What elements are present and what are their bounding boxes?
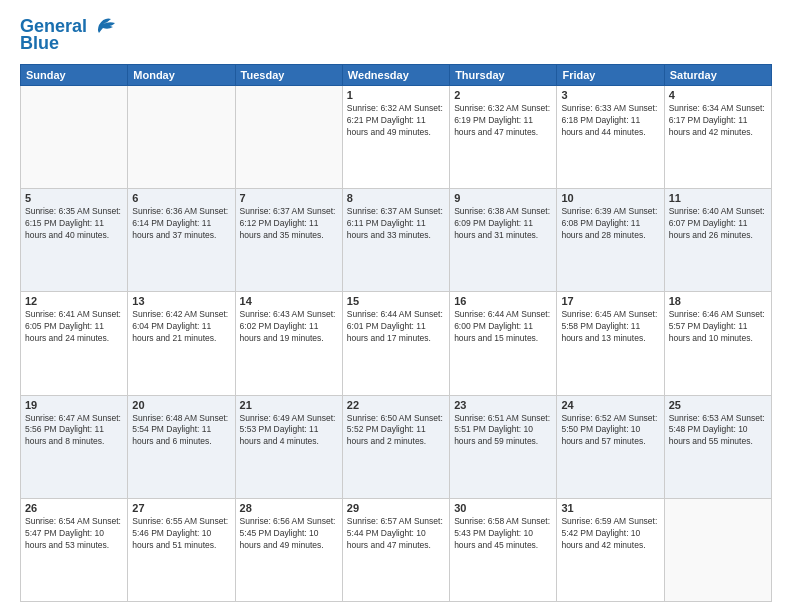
day-info: Sunrise: 6:54 AM Sunset: 5:47 PM Dayligh… — [25, 516, 123, 552]
weekday-header: Friday — [557, 65, 664, 86]
calendar-week-row: 1Sunrise: 6:32 AM Sunset: 6:21 PM Daylig… — [21, 86, 772, 189]
day-number: 16 — [454, 295, 552, 307]
day-number: 29 — [347, 502, 445, 514]
page: General Blue SundayMondayTuesdayWednesda… — [0, 0, 792, 612]
calendar-cell: 3Sunrise: 6:33 AM Sunset: 6:18 PM Daylig… — [557, 86, 664, 189]
calendar-cell: 20Sunrise: 6:48 AM Sunset: 5:54 PM Dayli… — [128, 395, 235, 498]
day-number: 17 — [561, 295, 659, 307]
day-info: Sunrise: 6:42 AM Sunset: 6:04 PM Dayligh… — [132, 309, 230, 345]
day-info: Sunrise: 6:37 AM Sunset: 6:12 PM Dayligh… — [240, 206, 338, 242]
calendar-cell: 23Sunrise: 6:51 AM Sunset: 5:51 PM Dayli… — [450, 395, 557, 498]
day-info: Sunrise: 6:40 AM Sunset: 6:07 PM Dayligh… — [669, 206, 767, 242]
day-number: 22 — [347, 399, 445, 411]
calendar-cell: 15Sunrise: 6:44 AM Sunset: 6:01 PM Dayli… — [342, 292, 449, 395]
calendar-week-row: 5Sunrise: 6:35 AM Sunset: 6:15 PM Daylig… — [21, 189, 772, 292]
day-info: Sunrise: 6:48 AM Sunset: 5:54 PM Dayligh… — [132, 413, 230, 449]
day-info: Sunrise: 6:52 AM Sunset: 5:50 PM Dayligh… — [561, 413, 659, 449]
calendar-cell: 10Sunrise: 6:39 AM Sunset: 6:08 PM Dayli… — [557, 189, 664, 292]
calendar-cell: 4Sunrise: 6:34 AM Sunset: 6:17 PM Daylig… — [664, 86, 771, 189]
calendar-cell — [664, 498, 771, 601]
day-number: 2 — [454, 89, 552, 101]
calendar-cell: 19Sunrise: 6:47 AM Sunset: 5:56 PM Dayli… — [21, 395, 128, 498]
calendar-cell: 31Sunrise: 6:59 AM Sunset: 5:42 PM Dayli… — [557, 498, 664, 601]
day-info: Sunrise: 6:37 AM Sunset: 6:11 PM Dayligh… — [347, 206, 445, 242]
day-number: 26 — [25, 502, 123, 514]
calendar-cell: 24Sunrise: 6:52 AM Sunset: 5:50 PM Dayli… — [557, 395, 664, 498]
day-info: Sunrise: 6:43 AM Sunset: 6:02 PM Dayligh… — [240, 309, 338, 345]
day-info: Sunrise: 6:39 AM Sunset: 6:08 PM Dayligh… — [561, 206, 659, 242]
day-number: 21 — [240, 399, 338, 411]
day-number: 1 — [347, 89, 445, 101]
day-number: 28 — [240, 502, 338, 514]
day-info: Sunrise: 6:55 AM Sunset: 5:46 PM Dayligh… — [132, 516, 230, 552]
day-number: 4 — [669, 89, 767, 101]
calendar-week-row: 19Sunrise: 6:47 AM Sunset: 5:56 PM Dayli… — [21, 395, 772, 498]
day-number: 31 — [561, 502, 659, 514]
day-number: 14 — [240, 295, 338, 307]
day-number: 23 — [454, 399, 552, 411]
calendar-cell: 11Sunrise: 6:40 AM Sunset: 6:07 PM Dayli… — [664, 189, 771, 292]
day-info: Sunrise: 6:35 AM Sunset: 6:15 PM Dayligh… — [25, 206, 123, 242]
day-info: Sunrise: 6:45 AM Sunset: 5:58 PM Dayligh… — [561, 309, 659, 345]
calendar-cell: 25Sunrise: 6:53 AM Sunset: 5:48 PM Dayli… — [664, 395, 771, 498]
day-info: Sunrise: 6:58 AM Sunset: 5:43 PM Dayligh… — [454, 516, 552, 552]
calendar-cell: 27Sunrise: 6:55 AM Sunset: 5:46 PM Dayli… — [128, 498, 235, 601]
calendar-cell: 30Sunrise: 6:58 AM Sunset: 5:43 PM Dayli… — [450, 498, 557, 601]
weekday-header-row: SundayMondayTuesdayWednesdayThursdayFrid… — [21, 65, 772, 86]
calendar-cell: 29Sunrise: 6:57 AM Sunset: 5:44 PM Dayli… — [342, 498, 449, 601]
calendar-cell: 13Sunrise: 6:42 AM Sunset: 6:04 PM Dayli… — [128, 292, 235, 395]
logo: General Blue — [20, 16, 119, 54]
day-info: Sunrise: 6:32 AM Sunset: 6:19 PM Dayligh… — [454, 103, 552, 139]
day-number: 10 — [561, 192, 659, 204]
weekday-header: Tuesday — [235, 65, 342, 86]
day-info: Sunrise: 6:44 AM Sunset: 6:00 PM Dayligh… — [454, 309, 552, 345]
day-number: 19 — [25, 399, 123, 411]
day-number: 12 — [25, 295, 123, 307]
calendar-cell: 16Sunrise: 6:44 AM Sunset: 6:00 PM Dayli… — [450, 292, 557, 395]
day-info: Sunrise: 6:33 AM Sunset: 6:18 PM Dayligh… — [561, 103, 659, 139]
day-number: 7 — [240, 192, 338, 204]
calendar-cell: 2Sunrise: 6:32 AM Sunset: 6:19 PM Daylig… — [450, 86, 557, 189]
weekday-header: Wednesday — [342, 65, 449, 86]
day-info: Sunrise: 6:38 AM Sunset: 6:09 PM Dayligh… — [454, 206, 552, 242]
calendar-cell: 26Sunrise: 6:54 AM Sunset: 5:47 PM Dayli… — [21, 498, 128, 601]
calendar-cell: 21Sunrise: 6:49 AM Sunset: 5:53 PM Dayli… — [235, 395, 342, 498]
calendar-cell — [128, 86, 235, 189]
day-number: 30 — [454, 502, 552, 514]
calendar-cell: 22Sunrise: 6:50 AM Sunset: 5:52 PM Dayli… — [342, 395, 449, 498]
calendar-cell — [21, 86, 128, 189]
calendar-cell: 17Sunrise: 6:45 AM Sunset: 5:58 PM Dayli… — [557, 292, 664, 395]
calendar-cell: 28Sunrise: 6:56 AM Sunset: 5:45 PM Dayli… — [235, 498, 342, 601]
day-number: 11 — [669, 192, 767, 204]
day-number: 20 — [132, 399, 230, 411]
day-number: 13 — [132, 295, 230, 307]
day-info: Sunrise: 6:34 AM Sunset: 6:17 PM Dayligh… — [669, 103, 767, 139]
calendar-cell: 8Sunrise: 6:37 AM Sunset: 6:11 PM Daylig… — [342, 189, 449, 292]
day-info: Sunrise: 6:46 AM Sunset: 5:57 PM Dayligh… — [669, 309, 767, 345]
day-info: Sunrise: 6:41 AM Sunset: 6:05 PM Dayligh… — [25, 309, 123, 345]
calendar-cell: 14Sunrise: 6:43 AM Sunset: 6:02 PM Dayli… — [235, 292, 342, 395]
day-info: Sunrise: 6:47 AM Sunset: 5:56 PM Dayligh… — [25, 413, 123, 449]
day-info: Sunrise: 6:50 AM Sunset: 5:52 PM Dayligh… — [347, 413, 445, 449]
calendar-cell: 18Sunrise: 6:46 AM Sunset: 5:57 PM Dayli… — [664, 292, 771, 395]
day-info: Sunrise: 6:36 AM Sunset: 6:14 PM Dayligh… — [132, 206, 230, 242]
calendar-cell: 5Sunrise: 6:35 AM Sunset: 6:15 PM Daylig… — [21, 189, 128, 292]
day-info: Sunrise: 6:57 AM Sunset: 5:44 PM Dayligh… — [347, 516, 445, 552]
day-number: 8 — [347, 192, 445, 204]
calendar-week-row: 26Sunrise: 6:54 AM Sunset: 5:47 PM Dayli… — [21, 498, 772, 601]
day-number: 24 — [561, 399, 659, 411]
calendar-cell: 12Sunrise: 6:41 AM Sunset: 6:05 PM Dayli… — [21, 292, 128, 395]
calendar-week-row: 12Sunrise: 6:41 AM Sunset: 6:05 PM Dayli… — [21, 292, 772, 395]
day-number: 5 — [25, 192, 123, 204]
day-number: 15 — [347, 295, 445, 307]
calendar-cell: 1Sunrise: 6:32 AM Sunset: 6:21 PM Daylig… — [342, 86, 449, 189]
day-number: 3 — [561, 89, 659, 101]
day-info: Sunrise: 6:53 AM Sunset: 5:48 PM Dayligh… — [669, 413, 767, 449]
weekday-header: Monday — [128, 65, 235, 86]
calendar-table: SundayMondayTuesdayWednesdayThursdayFrid… — [20, 64, 772, 602]
weekday-header: Thursday — [450, 65, 557, 86]
logo-bird-icon — [89, 15, 119, 35]
day-number: 18 — [669, 295, 767, 307]
day-info: Sunrise: 6:59 AM Sunset: 5:42 PM Dayligh… — [561, 516, 659, 552]
calendar-cell — [235, 86, 342, 189]
